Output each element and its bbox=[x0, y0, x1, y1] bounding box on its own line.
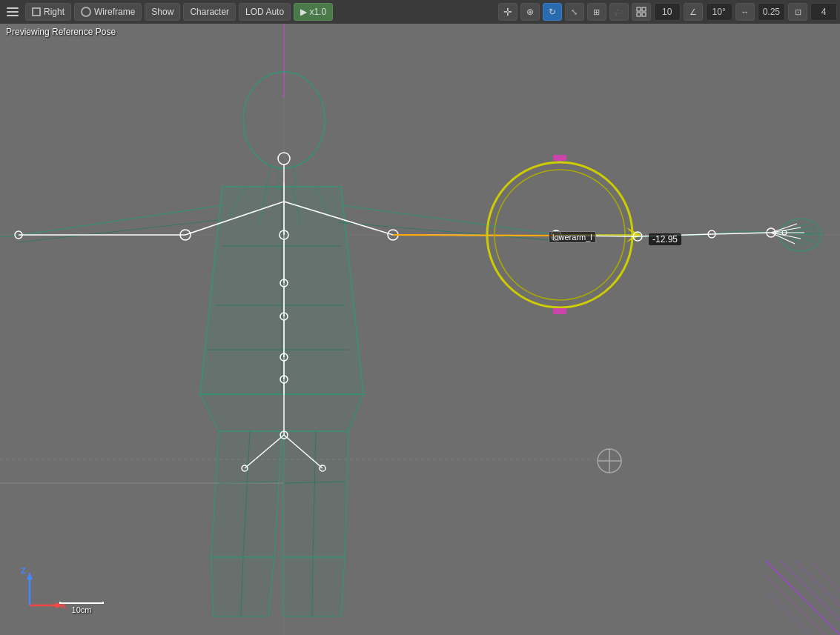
rotate-tool-button[interactable]: ↻ bbox=[543, 3, 562, 21]
svg-rect-1 bbox=[642, 7, 646, 11]
angle-snap-button[interactable]: ∠ bbox=[684, 3, 703, 21]
show-button[interactable]: Show bbox=[145, 3, 180, 21]
wireframe-label: Wireframe bbox=[94, 7, 135, 17]
scale-bar-line bbox=[59, 602, 104, 604]
svg-rect-2 bbox=[637, 13, 641, 16]
angle-display[interactable]: 10° bbox=[706, 3, 732, 21]
svg-line-9 bbox=[293, 164, 297, 187]
lod-button[interactable]: LOD Auto bbox=[239, 3, 291, 21]
move-tool-button[interactable]: ⊕ bbox=[520, 3, 540, 21]
svg-rect-0 bbox=[637, 7, 641, 11]
svg-marker-97 bbox=[27, 572, 33, 579]
svg-rect-75 bbox=[553, 155, 566, 161]
show-label: Show bbox=[151, 7, 173, 17]
grid-toggle-button[interactable] bbox=[632, 3, 651, 21]
play-label: ▶ x1.0 bbox=[300, 7, 326, 17]
toolbar-right: ✛ ⊕ ↻ ⤡ ⊞ 🎥 10 ∠ 10° ↔ 0.25 ⊡ 4 bbox=[498, 3, 837, 21]
menu-button[interactable] bbox=[3, 3, 22, 21]
viewport[interactable]: lowerarm_l -12.95 Z X 10cm bbox=[0, 24, 840, 635]
camera-tool-button[interactable]: 🎥 bbox=[609, 3, 629, 21]
character-viewport-svg bbox=[0, 24, 840, 635]
svg-rect-3 bbox=[642, 13, 646, 16]
lod-label: LOD Auto bbox=[245, 7, 284, 17]
svg-line-24 bbox=[337, 222, 549, 240]
svg-marker-44 bbox=[282, 557, 345, 616]
svg-marker-35 bbox=[200, 394, 363, 431]
svg-point-34 bbox=[780, 219, 821, 251]
view-mode-button[interactable]: Right bbox=[25, 3, 71, 21]
scale-display[interactable]: 0.25 bbox=[758, 3, 785, 21]
play-button[interactable]: ▶ x1.0 bbox=[294, 3, 333, 21]
status-bar: Previewing Reference Pose bbox=[0, 24, 122, 40]
status-text: Previewing Reference Pose bbox=[6, 27, 116, 37]
wireframe-icon bbox=[81, 7, 91, 17]
grid-size-display[interactable]: 10 bbox=[654, 3, 681, 21]
view-count-display[interactable]: 4 bbox=[810, 3, 837, 21]
transform-tool-button[interactable]: ⊞ bbox=[587, 3, 606, 21]
scale-bar: 10cm bbox=[59, 602, 104, 614]
grid-icon bbox=[636, 7, 646, 17]
maximize-button[interactable]: ⊡ bbox=[788, 3, 807, 21]
scale-tool-button[interactable]: ⤡ bbox=[565, 3, 584, 21]
toolbar: Right Wireframe Show Character LOD Auto … bbox=[0, 0, 840, 24]
svg-line-23 bbox=[341, 205, 549, 233]
svg-rect-76 bbox=[553, 308, 566, 314]
svg-line-8 bbox=[267, 164, 271, 187]
scale-bar-label: 10cm bbox=[72, 605, 92, 614]
svg-text:Z: Z bbox=[21, 566, 26, 575]
character-label: Character bbox=[190, 7, 229, 17]
view-label: Right bbox=[44, 7, 65, 17]
svg-line-79 bbox=[556, 236, 638, 236]
svg-line-72 bbox=[393, 235, 556, 236]
scale-button[interactable]: ↔ bbox=[735, 3, 755, 21]
cursor-tool-button[interactable]: ✛ bbox=[498, 3, 517, 21]
view-icon bbox=[32, 7, 41, 16]
character-button[interactable]: Character bbox=[183, 3, 236, 21]
wireframe-button[interactable]: Wireframe bbox=[74, 3, 142, 21]
